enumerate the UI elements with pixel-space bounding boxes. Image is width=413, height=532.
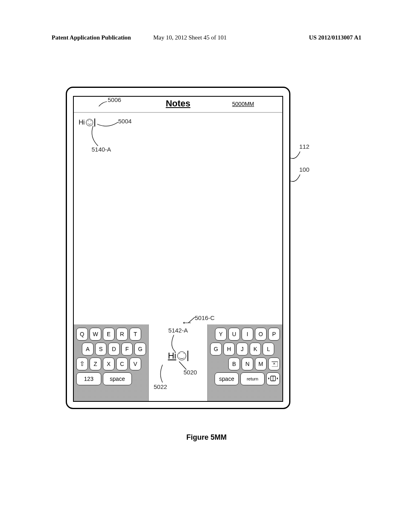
ref-5004: 5004: [118, 118, 131, 125]
center-emoji-icon: [177, 351, 186, 360]
key-h[interactable]: H: [223, 343, 235, 355]
header-center: May 10, 2012 Sheet 45 of 101: [153, 34, 227, 41]
header-left: Patent Application Publication: [52, 34, 131, 41]
ref-5016C: 5016-C: [195, 314, 215, 321]
keyboard-right-half: Y U I O P G H J K L B N M: [208, 324, 282, 401]
ref-5142A: 5142-A: [168, 327, 188, 334]
key-v[interactable]: V: [129, 357, 141, 370]
key-d[interactable]: D: [108, 343, 120, 355]
keyboard-merge-icon: [268, 375, 278, 383]
key-keyboard-merge[interactable]: [266, 372, 280, 385]
key-q[interactable]: Q: [76, 328, 88, 341]
key-l[interactable]: L: [263, 343, 274, 355]
center-preview-text: Hi: [168, 351, 176, 361]
center-cursor: [188, 351, 188, 361]
key-n[interactable]: N: [242, 357, 253, 370]
key-y[interactable]: Y: [215, 328, 227, 341]
key-c[interactable]: C: [116, 357, 128, 370]
key-space-right[interactable]: space: [215, 372, 239, 385]
key-i[interactable]: I: [242, 328, 253, 341]
key-shift[interactable]: ⇧: [76, 357, 88, 370]
key-u[interactable]: U: [228, 328, 240, 341]
keyboard-left-half: Q W E R T A S D F G ⇧ Z X C: [74, 324, 148, 401]
figure-caption: Figure 5MM: [186, 433, 227, 442]
key-j[interactable]: J: [236, 343, 248, 355]
key-z[interactable]: Z: [90, 357, 101, 370]
key-f[interactable]: F: [121, 343, 133, 355]
key-t[interactable]: T: [129, 328, 141, 341]
key-e[interactable]: E: [103, 328, 115, 341]
lead-5006: [99, 101, 110, 110]
lead-5016C: [184, 316, 197, 325]
key-p[interactable]: P: [268, 328, 280, 341]
typed-text-value: Hi: [79, 119, 85, 126]
lead-5022: [159, 365, 170, 386]
header-right: US 2012/0113007 A1: [309, 34, 361, 41]
key-delete[interactable]: [268, 357, 280, 370]
key-return[interactable]: return: [240, 372, 265, 385]
app-title: Notes: [166, 98, 190, 109]
key-s[interactable]: S: [95, 343, 107, 355]
key-b[interactable]: B: [228, 357, 240, 370]
lead-5140A: [91, 126, 107, 149]
keyboard-center-gap[interactable]: 5142-A Hi 5020 5022: [148, 324, 208, 401]
device-frame: Notes 5000MM 5006 Hi 5004 5140-A: [66, 87, 290, 409]
key-r[interactable]: R: [116, 328, 128, 341]
key-a[interactable]: A: [82, 343, 94, 355]
key-k[interactable]: K: [250, 343, 261, 355]
screen: Notes 5000MM 5006 Hi 5004 5140-A: [73, 96, 283, 402]
key-m[interactable]: M: [255, 357, 267, 370]
lead-5020: [179, 362, 190, 374]
key-g[interactable]: G: [134, 343, 146, 355]
key-o[interactable]: O: [255, 328, 267, 341]
emoji-icon: [86, 119, 93, 126]
lead-112: [290, 149, 307, 163]
delete-icon: [271, 362, 278, 367]
text-cursor: [94, 118, 95, 127]
key-mode-123[interactable]: 123: [76, 372, 101, 385]
figure-id: 5000MM: [232, 101, 254, 107]
key-g2[interactable]: G: [210, 343, 222, 355]
key-space-left[interactable]: space: [103, 372, 132, 385]
key-x[interactable]: X: [103, 357, 115, 370]
note-content-area[interactable]: Hi 5004 5140-A: [74, 114, 282, 324]
split-keyboard: Q W E R T A S D F G ⇧ Z X C: [74, 324, 282, 401]
key-w[interactable]: W: [90, 328, 101, 341]
typed-text: Hi: [79, 118, 95, 127]
center-duplicate-preview: Hi: [168, 351, 188, 361]
shift-icon: ⇧: [79, 361, 85, 367]
lead-100: [290, 172, 307, 186]
